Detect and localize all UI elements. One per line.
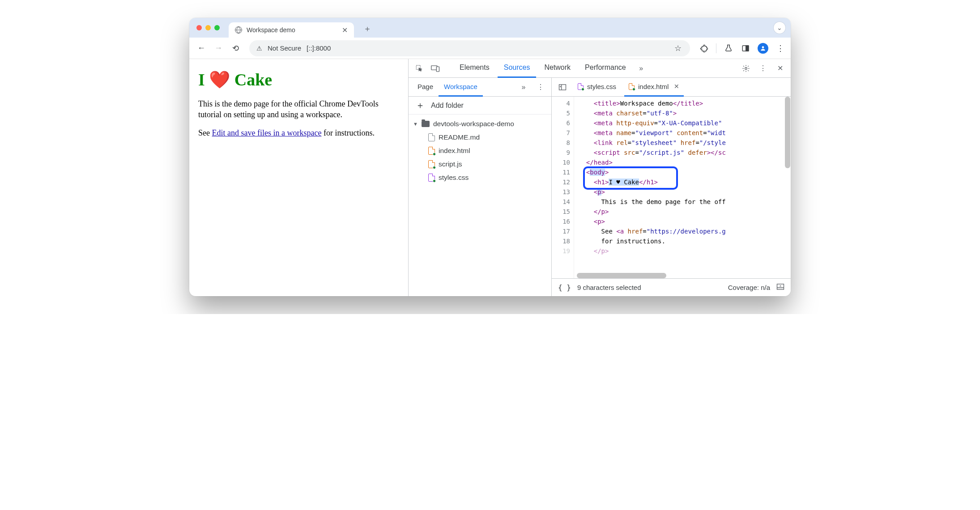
editor-tabs: styles.css index.html ✕ — [552, 78, 791, 97]
file-icon — [428, 133, 435, 141]
file-icon — [428, 147, 435, 155]
editor-tab-index[interactable]: index.html ✕ — [624, 78, 684, 97]
file-tree: ▼ devtools-workspace-demo README.md inde… — [409, 115, 551, 187]
sync-dot-icon — [433, 166, 436, 169]
coverage-status: Coverage: n/a — [728, 284, 770, 291]
browser-tab[interactable]: Workspace demo ✕ — [229, 22, 354, 38]
extensions-icon[interactable] — [699, 43, 709, 53]
content-area: I ❤️ Cake This is the demo page for the … — [189, 59, 791, 296]
page-title: I ❤️ Cake — [198, 70, 399, 89]
svg-rect-5 — [436, 67, 439, 72]
sync-dot-icon — [433, 179, 436, 183]
file-icon — [428, 174, 435, 182]
devtools-panel: Elements Sources Network Performance » ⋮… — [409, 59, 791, 296]
file-icon — [428, 160, 435, 168]
sync-dot-icon — [433, 153, 436, 156]
tree-folder[interactable]: ▼ devtools-workspace-demo — [409, 117, 551, 131]
gear-icon[interactable] — [739, 61, 753, 76]
devtools-body: Page Workspace » ⋮ ＋ Add folder ▼ — [409, 78, 791, 296]
file-label: styles.css — [439, 174, 469, 182]
line-gutter: 45678910111213141516171819 — [552, 97, 574, 278]
tab-strip: Workspace demo ✕ ＋ ⌄ — [189, 18, 791, 38]
globe-icon — [235, 26, 242, 34]
page-paragraph-2: See Edit and save files in a workspace f… — [198, 128, 399, 138]
file-script[interactable]: script.js — [409, 157, 551, 171]
close-window-icon[interactable] — [196, 25, 202, 30]
editor-statusbar: { } 9 characters selected Coverage: n/a — [552, 278, 791, 296]
close-devtools-icon[interactable]: ✕ — [773, 61, 787, 76]
devtools-tabs: Elements Sources Network Performance » ⋮… — [409, 59, 791, 78]
svg-rect-1 — [746, 46, 749, 51]
editor-tab-styles[interactable]: styles.css — [573, 78, 621, 97]
file-icon — [629, 83, 635, 90]
side-panel-icon[interactable] — [741, 43, 750, 53]
back-button[interactable]: ← — [195, 42, 208, 55]
svg-rect-8 — [777, 284, 784, 289]
editor-tab-label: styles.css — [587, 83, 616, 90]
close-tab-icon[interactable]: ✕ — [342, 26, 348, 34]
subtab-workspace[interactable]: Workspace — [439, 78, 483, 97]
editor-tab-label: index.html — [638, 83, 669, 90]
more-subtabs-icon[interactable]: » — [516, 80, 531, 94]
more-tabs-icon[interactable]: » — [634, 61, 648, 76]
file-styles[interactable]: styles.css — [409, 171, 551, 184]
maximize-window-icon[interactable] — [214, 25, 220, 30]
minimize-window-icon[interactable] — [205, 25, 211, 30]
folder-icon — [422, 121, 430, 127]
navigator-tabs: Page Workspace » ⋮ — [409, 78, 551, 97]
file-label: script.js — [439, 160, 462, 168]
chevron-down-icon[interactable]: ⌄ — [774, 22, 785, 34]
svg-point-6 — [745, 67, 747, 69]
file-index[interactable]: index.html — [409, 144, 551, 157]
page-paragraph-1: This is the demo page for the official C… — [198, 98, 399, 120]
sync-dot-icon — [632, 88, 635, 91]
reload-button[interactable]: ⟲ — [229, 42, 242, 55]
url-text: [::]:8000 — [307, 44, 331, 52]
subtab-menu-icon[interactable]: ⋮ — [533, 80, 548, 94]
menu-icon[interactable]: ⋮ — [775, 43, 785, 53]
profile-avatar[interactable] — [758, 43, 768, 54]
toolbar-actions: ⋮ — [699, 43, 785, 54]
inspect-icon[interactable] — [412, 61, 426, 76]
labs-icon[interactable] — [724, 43, 733, 53]
subtab-page[interactable]: Page — [412, 78, 439, 97]
browser-window: Workspace demo ✕ ＋ ⌄ ← → ⟲ Not Secure [:… — [189, 18, 791, 296]
star-icon[interactable]: ☆ — [673, 43, 683, 53]
sync-dot-icon — [581, 88, 584, 91]
warning-icon — [256, 44, 262, 52]
new-tab-button[interactable]: ＋ — [361, 22, 374, 35]
chevron-down-icon: ▼ — [413, 121, 418, 127]
vertical-scrollbar[interactable] — [785, 97, 790, 168]
toolbar: ← → ⟲ Not Secure [::]:8000 ☆ ⋮ — [189, 38, 791, 59]
file-label: README.md — [439, 133, 480, 141]
tab-sources[interactable]: Sources — [498, 59, 537, 78]
forward-button[interactable]: → — [212, 42, 225, 55]
add-folder-button[interactable]: ＋ Add folder — [409, 97, 551, 115]
code-editor[interactable]: 45678910111213141516171819 <title>Worksp… — [552, 97, 791, 278]
horizontal-scrollbar[interactable] — [577, 273, 666, 278]
para2-suffix: for instructions. — [321, 128, 375, 137]
address-bar[interactable]: Not Secure [::]:8000 ☆ — [249, 40, 690, 56]
svg-rect-7 — [559, 85, 566, 90]
kebab-menu-icon[interactable]: ⋮ — [756, 61, 770, 76]
close-icon[interactable]: ✕ — [674, 83, 679, 90]
file-label: index.html — [439, 147, 470, 155]
plus-icon: ＋ — [416, 99, 425, 111]
selection-status: 9 characters selected — [577, 284, 641, 291]
editor-panel: styles.css index.html ✕ 4567891011121314… — [552, 78, 791, 296]
tutorial-link[interactable]: Edit and save files in a workspace — [212, 128, 322, 137]
folder-label: devtools-workspace-demo — [433, 120, 514, 128]
file-readme[interactable]: README.md — [409, 131, 551, 144]
security-label: Not Secure — [268, 44, 301, 52]
para2-prefix: See — [198, 128, 212, 137]
drawer-toggle-icon[interactable] — [776, 283, 784, 292]
divider — [716, 43, 716, 53]
device-toggle-icon[interactable] — [428, 61, 443, 76]
toggle-navigator-icon[interactable] — [555, 80, 570, 94]
page-content: I ❤️ Cake This is the demo page for the … — [189, 59, 409, 296]
tab-network[interactable]: Network — [538, 59, 577, 78]
tab-performance[interactable]: Performance — [579, 59, 632, 78]
file-icon — [578, 83, 584, 90]
format-icon[interactable]: { } — [558, 283, 571, 292]
tab-elements[interactable]: Elements — [453, 59, 496, 78]
